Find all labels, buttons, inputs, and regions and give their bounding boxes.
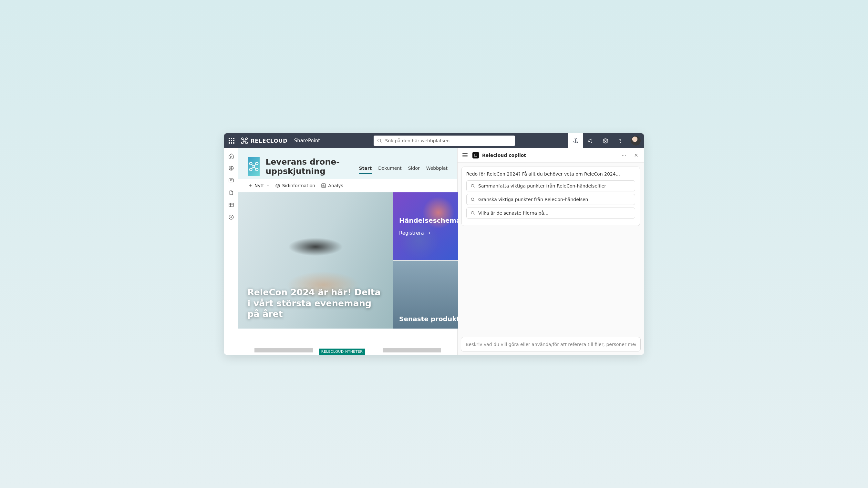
hero-tile-schedule[interactable]: Händelseschema oc Registrera — [393, 192, 458, 260]
rail-news-button[interactable] — [227, 176, 235, 184]
hero-tile-announcements[interactable]: Senaste produktmeddelanden — [393, 261, 458, 329]
tile-title: Senaste produktmeddelanden — [399, 315, 452, 323]
news-thumbnail — [254, 348, 313, 352]
plus-circle-icon — [228, 214, 234, 220]
plus-icon — [248, 183, 252, 188]
copilot-suggestion[interactable]: Granska viktiga punkter från ReleCon-hän… — [466, 194, 635, 205]
svg-point-7 — [620, 142, 621, 143]
svg-point-22 — [625, 155, 626, 156]
search-input[interactable] — [385, 138, 512, 143]
site-title: Leverans drone-uppskjutning — [266, 157, 346, 176]
question-icon — [617, 138, 623, 143]
svg-rect-10 — [229, 203, 234, 207]
nav-sidor[interactable]: Sidor — [408, 166, 420, 174]
copilot-body: Redo för ReleCon 2024? Få allt du behöve… — [458, 163, 644, 334]
close-icon — [634, 153, 639, 158]
svg-point-20 — [622, 155, 623, 156]
chart-icon — [321, 183, 326, 188]
copilot-icon — [572, 137, 579, 144]
suggestion-text: Sammanfatta viktiga punkter från ReleCon… — [478, 183, 606, 189]
news-card[interactable]: RELECLOUD-NYHETER — [319, 348, 377, 355]
search-icon — [470, 197, 475, 202]
svg-point-6 — [605, 140, 607, 142]
main-content: Leverans drone-uppskjutning Start Dokume… — [238, 148, 457, 355]
hero-title: ReleCon 2024 är här! Delta i vårt störst… — [247, 287, 383, 320]
copilot-logo-icon — [472, 152, 479, 159]
news-card[interactable] — [383, 348, 441, 355]
svg-point-24 — [471, 198, 474, 200]
left-rail — [224, 148, 238, 355]
top-bar: RELECLOUD SharePoint — [224, 133, 644, 148]
pageinfo-label: Sidinformation — [282, 183, 315, 188]
search-icon — [377, 138, 382, 143]
copilot-input-box[interactable] — [461, 337, 641, 352]
brand-drone-icon — [241, 137, 248, 144]
help-button[interactable] — [613, 133, 628, 148]
megaphone-icon — [587, 137, 594, 144]
chevron-down-icon — [266, 184, 269, 187]
news-icon — [228, 177, 234, 183]
copilot-menu-button[interactable] — [461, 153, 469, 157]
copilot-close-button[interactable] — [631, 151, 641, 160]
svg-point-21 — [624, 155, 624, 156]
arrow-right-icon — [426, 231, 431, 235]
body: Leverans drone-uppskjutning Start Dokume… — [224, 148, 644, 355]
home-icon — [228, 153, 234, 159]
news-card[interactable] — [254, 348, 313, 355]
copilot-suggestion[interactable]: Sammanfatta viktiga punkter från ReleCon… — [466, 181, 635, 191]
nav-dokument[interactable]: Dokument — [378, 166, 402, 174]
rail-home-button[interactable] — [227, 152, 235, 160]
svg-rect-9 — [229, 179, 234, 182]
hero-area: ReleCon 2024 är här! Delta i vårt störst… — [238, 192, 457, 329]
copilot-header: Relecloud copilot — [458, 148, 644, 163]
copilot-title: Relecloud copilot — [482, 153, 526, 158]
search-box[interactable] — [374, 135, 515, 146]
analytics-label: Analys — [328, 183, 343, 188]
copilot-toggle-button[interactable] — [568, 133, 583, 148]
search-icon — [470, 184, 475, 188]
app-launcher-button[interactable] — [224, 133, 239, 148]
pageinfo-button[interactable]: Sidinformation — [275, 183, 315, 188]
file-icon — [228, 190, 234, 196]
grid-icon — [228, 202, 234, 208]
page-toolbar: Nytt Sidinformation Analys — [238, 179, 457, 192]
nav-webbplat[interactable]: Webbplat — [426, 166, 447, 174]
copilot-input[interactable] — [466, 342, 636, 347]
svg-point-25 — [471, 212, 474, 214]
hero-main-tile[interactable]: ReleCon 2024 är här! Delta i vårt störst… — [238, 192, 393, 329]
megaphone-button[interactable] — [583, 133, 598, 148]
more-icon — [621, 153, 626, 158]
rail-files-button[interactable] — [227, 189, 235, 197]
copilot-input-area — [458, 334, 644, 355]
copilot-suggestion[interactable]: Vilka är de senaste filerna på... — [466, 207, 635, 219]
suggestion-text: Granska viktiga punkter från ReleCon-hän… — [478, 197, 588, 202]
drone-icon — [249, 161, 259, 172]
settings-button[interactable] — [598, 133, 613, 148]
brand: RELECLOUD — [241, 137, 288, 144]
globe-icon — [228, 165, 234, 171]
site-nav: Start Dokument Sidor Webbplat — [359, 166, 447, 179]
analytics-button[interactable]: Analys — [321, 183, 343, 188]
svg-rect-19 — [474, 154, 477, 157]
rail-lists-button[interactable] — [227, 201, 235, 209]
svg-point-23 — [471, 184, 474, 187]
site-logo — [248, 157, 259, 176]
register-label: Registrera — [399, 230, 424, 236]
topbar-actions — [568, 133, 644, 148]
suggestion-text: Vilka är de senaste filerna på... — [478, 210, 548, 216]
svg-rect-4 — [244, 140, 245, 141]
rail-create-button[interactable] — [227, 213, 235, 221]
news-row: RELECLOUD-NYHETER — [238, 329, 457, 355]
rail-globe-button[interactable] — [227, 164, 235, 172]
app-name: SharePoint — [294, 138, 320, 143]
copilot-more-button[interactable] — [619, 151, 628, 160]
register-link[interactable]: Registrera — [399, 230, 452, 236]
tile-title: Händelseschema oc — [399, 217, 452, 224]
nav-start[interactable]: Start — [359, 166, 372, 174]
news-tag: RELECLOUD-NYHETER — [319, 349, 366, 355]
copilot-intro-text: Redo för ReleCon 2024? Få allt du behöve… — [466, 171, 635, 176]
user-avatar[interactable] — [631, 136, 641, 145]
new-button[interactable]: Nytt — [248, 183, 269, 188]
gear-icon — [602, 137, 609, 144]
svg-rect-16 — [253, 166, 254, 167]
